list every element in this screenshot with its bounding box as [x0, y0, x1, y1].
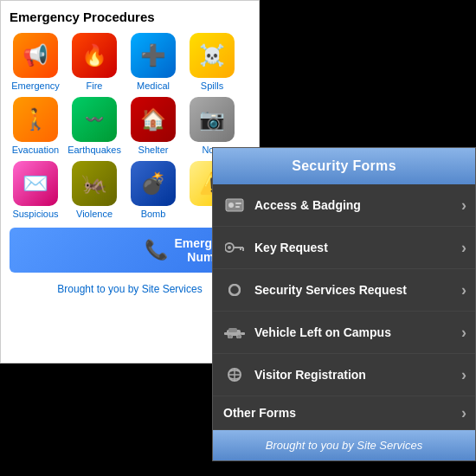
- svg-rect-15: [241, 332, 245, 335]
- shelter-label: Shelter: [138, 145, 169, 156]
- shelter-icon-item[interactable]: 🏠 Shelter: [127, 97, 179, 156]
- suspicious-label: Suspicious: [12, 209, 58, 220]
- no-icon-box: 📷: [190, 97, 235, 142]
- access-badging-label: Access & Badging: [254, 198, 361, 212]
- emergency-label: Emergency: [11, 80, 60, 92]
- right-footer: Brought to you by Site Services: [213, 430, 475, 460]
- fire-icon-item[interactable]: 🔥 Fire: [68, 33, 120, 92]
- svg-rect-3: [235, 206, 240, 208]
- right-panel-header: Security Forms: [213, 148, 475, 184]
- bomb-icon-item[interactable]: 💣 Bomb: [127, 161, 179, 220]
- badge-icon: [223, 194, 246, 216]
- vehicle-icon: [223, 321, 246, 344]
- menu-item-visitor[interactable]: Visitor Registration ›: [213, 354, 475, 396]
- spills-label: Spills: [201, 80, 223, 92]
- visitor-label: Visitor Registration: [254, 368, 366, 382]
- svg-rect-2: [235, 203, 241, 204]
- menu-item-vehicle[interactable]: Vehicle Left on Campus ›: [213, 312, 475, 354]
- evacuation-label: Evacuation: [12, 145, 59, 156]
- evacuation-icon-item[interactable]: 🚶 Evacuation: [10, 97, 61, 156]
- emergency-icon-item[interactable]: 📢 Emergency: [10, 33, 61, 92]
- emergency-icon-box: 📢: [13, 33, 58, 78]
- spills-icon-item[interactable]: ☠️ Spills: [186, 33, 238, 92]
- security-services-label: Security Services Request: [254, 283, 407, 297]
- security-services-arrow: ›: [461, 281, 466, 299]
- menu-item-access-badging[interactable]: Access & Badging ›: [213, 184, 475, 227]
- evacuation-icon-box: 🚶: [13, 97, 58, 142]
- earthquakes-label: Earthquakes: [68, 145, 121, 156]
- vehicle-arrow: ›: [461, 324, 466, 342]
- other-forms-arrow: ›: [461, 404, 466, 422]
- menu-item-key-request[interactable]: Key Request ›: [213, 227, 475, 269]
- key-request-label: Key Request: [254, 241, 328, 254]
- earthquakes-icon-item[interactable]: 〰️ Earthquakes: [68, 97, 120, 156]
- emergency-numbers-icon: 📞: [145, 239, 168, 261]
- security-services-icon: [223, 279, 246, 301]
- vehicle-label: Vehicle Left on Campus: [254, 325, 391, 339]
- svg-point-9: [229, 285, 240, 295]
- visitor-icon: [223, 363, 246, 386]
- suspicious-icon-item[interactable]: ✉️ Suspicious: [10, 161, 61, 220]
- key-request-arrow: ›: [461, 239, 466, 257]
- bomb-icon-box: 💣: [131, 161, 176, 206]
- key-icon: [223, 236, 246, 259]
- bomb-label: Bomb: [141, 209, 166, 220]
- svg-rect-14: [224, 332, 228, 335]
- medical-label: Medical: [137, 80, 170, 92]
- violence-icon-box: 🦗: [72, 161, 117, 206]
- earthquakes-icon-box: 〰️: [72, 97, 117, 142]
- svg-point-5: [228, 246, 231, 249]
- svg-rect-11: [228, 328, 237, 332]
- visitor-arrow: ›: [461, 366, 466, 384]
- suspicious-icon-box: ✉️: [13, 161, 58, 206]
- other-forms-section[interactable]: Other Forms ›: [213, 396, 475, 430]
- medical-icon-box: ➕: [131, 33, 176, 78]
- right-panel: Security Forms Access & Badging › Key Re…: [212, 147, 476, 461]
- shelter-icon-box: 🏠: [131, 97, 176, 142]
- left-panel-title: Emergency Procedures: [10, 10, 250, 24]
- svg-point-13: [237, 335, 241, 339]
- fire-label: Fire: [87, 80, 103, 92]
- access-badging-arrow: ›: [461, 196, 466, 215]
- violence-icon-item[interactable]: 🦗 Violence: [68, 161, 120, 220]
- svg-point-1: [228, 203, 234, 208]
- other-forms-label: Other Forms: [223, 406, 296, 420]
- svg-point-12: [228, 335, 233, 339]
- violence-label: Violence: [76, 209, 113, 220]
- fire-icon-box: 🔥: [72, 33, 117, 78]
- medical-icon-item[interactable]: ➕ Medical: [127, 33, 179, 92]
- spills-icon-box: ☠️: [190, 33, 235, 78]
- menu-item-security-services[interactable]: Security Services Request ›: [213, 269, 475, 312]
